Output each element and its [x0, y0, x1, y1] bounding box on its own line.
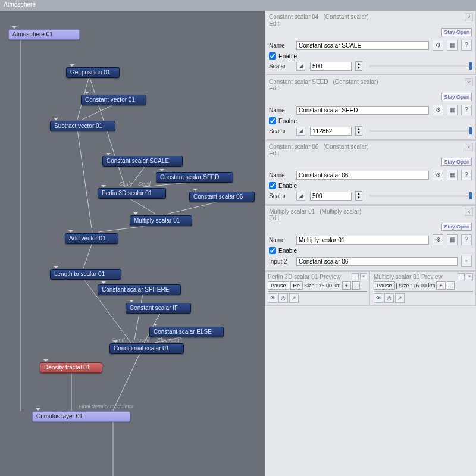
- node-constant-vector[interactable]: Constant vector 01: [81, 95, 146, 105]
- preview-minus[interactable]: -: [458, 273, 465, 280]
- preview-title: Multiply scalar 01 Preview: [374, 274, 443, 280]
- gear-icon[interactable]: ⚙: [433, 234, 443, 245]
- node-const-sphere[interactable]: Constant scalar SPHERE: [98, 284, 181, 295]
- node-get-position[interactable]: Get position 01: [66, 67, 120, 78]
- scalar-slider[interactable]: [369, 65, 472, 67]
- node-multiply[interactable]: Multiply scalar 01: [130, 215, 192, 226]
- size-value: 16.00 km: [319, 283, 341, 289]
- gear-icon[interactable]: ⚙: [433, 40, 443, 51]
- panel-title: Constant scalar SEED: [269, 79, 328, 85]
- panel-type: (Constant scalar): [323, 14, 368, 20]
- close-icon[interactable]: ×: [465, 143, 473, 151]
- scalar-mode-icon[interactable]: ◢: [296, 127, 305, 136]
- node-atmosphere[interactable]: Atmosphere 01: [8, 29, 80, 40]
- node-perlin[interactable]: Perlin 3D scalar 01: [98, 188, 166, 199]
- target-icon[interactable]: ◎: [278, 293, 288, 303]
- scalar-mode-icon[interactable]: ◢: [296, 192, 305, 201]
- panel-const06: × Constant scalar 06 (Constant scalar) E…: [265, 140, 476, 205]
- enable-checkbox[interactable]: Enable: [269, 52, 472, 60]
- reset-button[interactable]: Re: [290, 281, 303, 290]
- link-icon[interactable]: ▦: [447, 170, 458, 180]
- help-icon[interactable]: ?: [461, 170, 472, 180]
- edit-menu[interactable]: Edit: [269, 85, 472, 92]
- name-label: Name: [269, 107, 293, 114]
- svg-line-8: [167, 201, 221, 214]
- open-icon[interactable]: ↗: [395, 293, 405, 303]
- preview-perlin: Perlin 3D scalar 01 Preview -× Pause Re …: [265, 271, 370, 306]
- enable-checkbox[interactable]: Enable: [269, 182, 472, 189]
- node-graph[interactable]: Atmosphere 01 Get position 01 Constant v…: [0, 11, 265, 476]
- zoom-in-button[interactable]: +: [342, 281, 351, 290]
- node-const-scale[interactable]: Constant scalar SCALE: [102, 156, 183, 167]
- pause-button[interactable]: Pause: [374, 281, 395, 290]
- scalar-field[interactable]: [310, 127, 352, 136]
- zoom-in-button[interactable]: +: [436, 281, 445, 290]
- stay-open-button[interactable]: Stay Open: [441, 223, 472, 231]
- preview-multiply: Multiply scalar 01 Preview -× Pause | Si…: [371, 271, 476, 306]
- close-icon[interactable]: ×: [360, 273, 367, 280]
- zoom-out-button[interactable]: -: [352, 281, 360, 290]
- port-label-final: Final density modulator: [79, 403, 134, 409]
- svg-line-2: [82, 104, 116, 120]
- close-icon[interactable]: ×: [465, 78, 473, 86]
- help-icon[interactable]: ?: [461, 105, 472, 115]
- eye-icon[interactable]: 👁: [374, 293, 383, 303]
- name-field[interactable]: [296, 236, 429, 245]
- node-density-fractal[interactable]: Density fractal 01: [40, 362, 102, 373]
- name-label: Name: [269, 237, 293, 243]
- preview-image[interactable]: [268, 291, 367, 292]
- add-link-icon[interactable]: +: [461, 256, 472, 267]
- node-const-seed[interactable]: Constant scalar SEED: [156, 172, 233, 183]
- name-label: Name: [269, 172, 293, 178]
- scalar-stepper[interactable]: ▲▼: [355, 61, 362, 71]
- node-conditional[interactable]: Conditional scalar 01: [109, 343, 184, 354]
- scalar-slider[interactable]: [369, 195, 472, 197]
- node-const-if[interactable]: Constant scalar IF: [126, 303, 191, 314]
- size-label: Size :: [304, 283, 318, 289]
- scalar-field[interactable]: [310, 62, 352, 71]
- open-icon[interactable]: ↗: [289, 293, 299, 303]
- node-const-else[interactable]: Constant scalar ELSE: [149, 327, 224, 337]
- name-field[interactable]: [296, 106, 429, 115]
- close-icon[interactable]: ×: [465, 208, 473, 216]
- stay-open-button[interactable]: Stay Open: [441, 158, 472, 166]
- zoom-out-button[interactable]: -: [447, 281, 455, 290]
- panel-title: Constant scalar 04: [269, 14, 318, 20]
- link-icon[interactable]: ▦: [447, 105, 458, 115]
- node-cumulus-layer[interactable]: Cumulus layer 01: [32, 411, 130, 422]
- help-icon[interactable]: ?: [461, 40, 472, 51]
- enable-checkbox[interactable]: Enable: [269, 247, 472, 254]
- enable-checkbox[interactable]: Enable: [269, 117, 472, 124]
- input2-field[interactable]: [296, 257, 458, 266]
- port-label-if: If result: [132, 337, 150, 343]
- scalar-stepper[interactable]: ▲▼: [355, 126, 362, 136]
- stay-open-button[interactable]: Stay Open: [441, 28, 472, 36]
- scalar-slider[interactable]: [369, 130, 472, 132]
- edit-menu[interactable]: Edit: [269, 215, 472, 221]
- preview-minus[interactable]: -: [352, 273, 359, 280]
- node-subtract-vector[interactable]: Subtract vector 01: [50, 121, 115, 131]
- node-add-vector[interactable]: Add vector 01: [65, 233, 118, 244]
- close-icon[interactable]: ×: [465, 13, 473, 21]
- pause-button[interactable]: Pause: [268, 281, 289, 290]
- name-field[interactable]: [296, 171, 429, 180]
- close-icon[interactable]: ×: [466, 273, 473, 280]
- link-icon[interactable]: ▦: [447, 40, 458, 51]
- svg-line-4: [89, 76, 125, 187]
- help-icon[interactable]: ?: [461, 234, 472, 245]
- target-icon[interactable]: ◎: [384, 293, 394, 303]
- edit-menu[interactable]: Edit: [269, 150, 472, 156]
- stay-open-button[interactable]: Stay Open: [441, 93, 472, 101]
- link-icon[interactable]: ▦: [447, 234, 458, 245]
- scalar-stepper[interactable]: ▲▼: [355, 191, 362, 201]
- gear-icon[interactable]: ⚙: [433, 170, 443, 180]
- gear-icon[interactable]: ⚙: [433, 105, 443, 115]
- scalar-mode-icon[interactable]: ◢: [296, 62, 305, 71]
- node-const06[interactable]: Constant scalar 06: [189, 192, 255, 202]
- preview-image[interactable]: [374, 291, 473, 292]
- edit-menu[interactable]: Edit: [269, 20, 472, 27]
- name-field[interactable]: [296, 41, 429, 50]
- eye-icon[interactable]: 👁: [268, 293, 277, 303]
- scalar-field[interactable]: [310, 192, 352, 201]
- node-length[interactable]: Length to scalar 01: [50, 269, 121, 280]
